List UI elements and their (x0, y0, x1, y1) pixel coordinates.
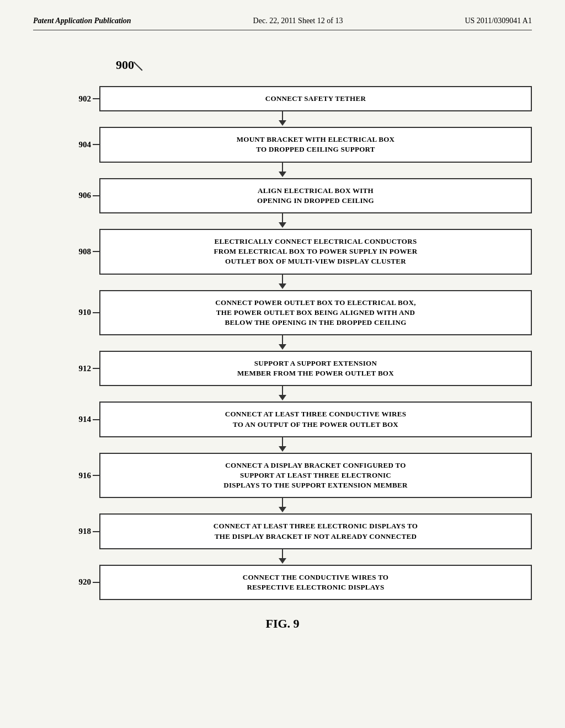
arrow-down-918 (33, 549, 532, 565)
arrow-down-906 (33, 213, 532, 229)
header-patent-number: US 2011/0309041 A1 (465, 17, 532, 25)
step-box-918: CONNECT AT LEAST THREE ELECTRONIC DISPLA… (99, 513, 532, 549)
page-header: Patent Application Publication Dec. 22, … (33, 17, 532, 30)
arrow-down-912 (33, 386, 532, 402)
flow-step-916: 916CONNECT A DISPLAY BRACKET CONFIGURED … (33, 453, 532, 499)
step-box-906: ALIGN ELECTRICAL BOX WITH OPENING IN DRO… (99, 178, 532, 213)
arrow-down-902 (33, 111, 532, 127)
step-label-912: 912 (33, 364, 99, 373)
step-box-916: CONNECT A DISPLAY BRACKET CONFIGURED TO … (99, 453, 532, 499)
step-label-906: 906 (33, 191, 99, 200)
step-label-916: 916 (33, 471, 99, 480)
figure-label: FIG. 9 (265, 617, 299, 631)
flow-step-920: 920CONNECT THE CONDUCTIVE WIRES TO RESPE… (33, 565, 532, 600)
header-date-sheet: Dec. 22, 2011 Sheet 12 of 13 (253, 17, 343, 25)
step-box-902: CONNECT SAFETY TETHER (99, 86, 532, 111)
flow-step-914: 914CONNECT AT LEAST THREE CONDUCTIVE WIR… (33, 402, 532, 437)
flow-step-918: 918CONNECT AT LEAST THREE ELECTRONIC DIS… (33, 513, 532, 549)
step-label-910: 910 (33, 308, 99, 317)
flow-step-902: 902CONNECT SAFETY TETHER (33, 86, 532, 111)
step-box-910: CONNECT POWER OUTLET BOX TO ELECTRICAL B… (99, 290, 532, 336)
flow-step-906: 906ALIGN ELECTRICAL BOX WITH OPENING IN … (33, 178, 532, 213)
arrow-down-916 (33, 498, 532, 513)
flow-step-904: 904MOUNT BRACKET WITH ELECTRICAL BOX TO … (33, 127, 532, 162)
step-box-912: SUPPORT A SUPPORT EXTENSION MEMBER FROM … (99, 351, 532, 386)
header-publication-label: Patent Application Publication (33, 17, 131, 25)
arrow-down-914 (33, 437, 532, 453)
step-label-908: 908 (33, 247, 99, 256)
step-box-920: CONNECT THE CONDUCTIVE WIRES TO RESPECTI… (99, 565, 532, 600)
step-label-902: 902 (33, 94, 99, 104)
arrow-down-908 (33, 275, 532, 290)
flow-step-908: 908ELECTRICALLY CONNECT ELECTRICAL CONDU… (33, 229, 532, 275)
arrow-down-910 (33, 335, 532, 351)
diagram-title: 900 (116, 58, 134, 72)
flow-step-910: 910CONNECT POWER OUTLET BOX TO ELECTRICA… (33, 290, 532, 336)
step-box-908: ELECTRICALLY CONNECT ELECTRICAL CONDUCTO… (99, 229, 532, 275)
step-label-914: 914 (33, 415, 99, 424)
arrow-down-904 (33, 163, 532, 178)
flow-chart: 902CONNECT SAFETY TETHER904MOUNT BRACKET… (33, 86, 532, 600)
page: Patent Application Publication Dec. 22, … (0, 0, 565, 728)
step-label-920: 920 (33, 577, 99, 587)
flow-step-912: 912SUPPORT A SUPPORT EXTENSION MEMBER FR… (33, 351, 532, 386)
step-label-904: 904 (33, 140, 99, 149)
step-label-918: 918 (33, 527, 99, 536)
diagram-area: 900 902CONNECT SAFETY TETHER904MOUNT BRA… (33, 52, 532, 631)
step-box-904: MOUNT BRACKET WITH ELECTRICAL BOX TO DRO… (99, 127, 532, 162)
step-box-914: CONNECT AT LEAST THREE CONDUCTIVE WIRES … (99, 402, 532, 437)
